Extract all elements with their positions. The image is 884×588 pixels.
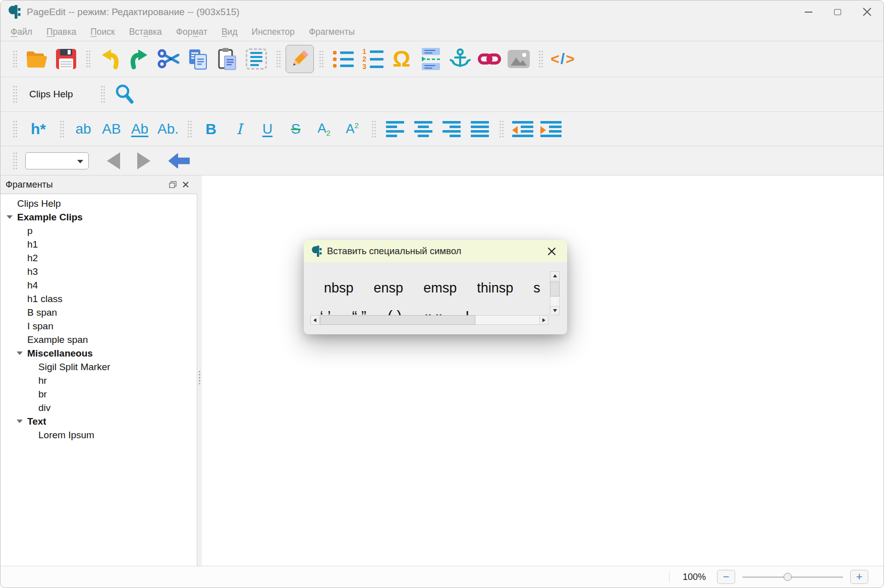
tree-item-h1[interactable]: h1 [1,238,197,251]
menu-format[interactable]: Формат [169,27,214,37]
menu-view[interactable]: Вид [214,27,245,37]
symbol-button-single-quotes[interactable]: ‘ ’ [320,308,331,315]
heading-select[interactable] [25,152,89,169]
toolbar-grip[interactable] [499,120,504,138]
zoom-out-button[interactable]: − [717,570,735,584]
indent-button[interactable] [537,115,565,143]
scroll-right-button[interactable] [539,315,548,325]
toolbar-grip[interactable] [13,120,17,138]
history-back-button[interactable] [107,152,120,169]
dialog-title-bar[interactable]: Вставить специальный символ [304,240,567,262]
symbol-button-nbsp[interactable]: nbsp [324,280,354,296]
tree-item-b-span[interactable]: B span [1,306,197,319]
align-left-button[interactable] [381,115,409,143]
tree-item-hr[interactable]: hr [1,374,197,387]
tree-item-h2[interactable]: h2 [1,251,197,265]
toolbar-grip[interactable] [276,50,281,68]
toolbar-grip[interactable] [371,120,376,138]
symbol-button-emsp[interactable]: emsp [423,280,457,296]
symbol-button-double-quotes[interactable]: “ ” [352,308,366,315]
title-bar[interactable]: PageEdit -- режим: Редактирование -- (90… [1,1,883,23]
select-all-button[interactable] [242,45,271,73]
tree-group-example-clips[interactable]: Example Clips [1,210,197,224]
close-panel-button[interactable] [179,179,192,191]
toolbar-grip[interactable] [60,120,64,138]
menu-inspector[interactable]: Инспектор [245,27,302,37]
tree-item-i-span[interactable]: I span [1,319,197,333]
special-character-button[interactable]: Ω [387,45,416,73]
menu-file[interactable]: Файл [4,27,39,37]
zoom-slider-thumb[interactable] [784,573,792,581]
uppercase-button[interactable]: AB [97,115,126,143]
menu-edit[interactable]: Правка [39,27,83,37]
toolbar-grip[interactable] [319,50,323,68]
zoom-slider-track[interactable] [742,576,843,578]
lowercase-button[interactable]: ab [69,115,97,143]
toolbar-grip[interactable] [86,50,90,68]
tree-item-example-span[interactable]: Example span [1,333,197,346]
copy-button[interactable] [183,45,212,73]
clip-search-button[interactable] [110,81,139,108]
minimize-button[interactable] [794,1,823,23]
propercase-button[interactable]: Ab. [154,115,182,143]
link-button[interactable] [475,45,504,73]
menu-insert[interactable]: Вставка [122,27,169,37]
return-button[interactable] [168,152,191,170]
align-justify-button[interactable] [466,115,494,143]
toolbar-grip[interactable] [13,85,17,103]
align-right-button[interactable] [437,115,466,143]
bold-button[interactable]: B [197,115,225,143]
vertical-scroll-thumb[interactable] [550,281,560,297]
redo-button[interactable] [125,45,154,73]
symbol-button-ensp[interactable]: ensp [374,280,404,296]
dialog-vertical-scrollbar[interactable] [550,271,560,315]
symbol-button-guillemets[interactable]: « » [423,308,444,315]
history-forward-button[interactable] [137,152,150,169]
tree-item-h1-class[interactable]: h1 class [1,292,197,306]
close-button[interactable] [852,1,881,23]
underline-button[interactable]: U [253,115,282,143]
cut-button[interactable] [154,45,183,73]
chevron-down-icon[interactable] [7,215,13,219]
strikethrough-button[interactable]: S [282,115,310,143]
superscript-button[interactable]: A2 [338,115,366,143]
titlecase-button[interactable]: Ab [126,115,154,143]
toolbar-grip[interactable] [187,120,192,138]
toolbar-grip[interactable] [538,50,543,68]
tree-item-div[interactable]: div [1,401,197,415]
menu-clips[interactable]: Фрагменты [302,27,362,37]
edit-mode-button[interactable] [286,45,314,73]
tree-item-h4[interactable]: h4 [1,278,197,292]
bullet-list-button[interactable] [328,45,358,73]
symbol-button-shy[interactable]: s [533,280,540,296]
dialog-close-button[interactable] [544,244,559,259]
symbol-button-thinsp[interactable]: thinsp [477,280,513,296]
dialog-horizontal-scrollbar[interactable] [310,315,548,325]
toolbar-grip[interactable] [13,152,17,170]
tree-item-h3[interactable]: h3 [1,265,197,278]
scroll-left-button[interactable] [310,315,319,325]
tree-item-p[interactable]: p [1,224,197,238]
scroll-down-button[interactable] [550,306,560,315]
scroll-up-button[interactable] [550,271,560,280]
numbered-list-button[interactable]: 1 2 3 [358,45,387,73]
heading-style-button[interactable]: h* [22,115,54,143]
tree-item-lorem-ipsum[interactable]: Lorem Ipsum [1,428,197,442]
paste-button[interactable] [212,45,242,73]
toolbar-grip[interactable] [13,50,17,68]
split-marker-button[interactable] [416,45,446,73]
zoom-slider[interactable] [742,570,843,584]
tree-item-sigil-split-marker[interactable]: Sigil Split Marker [1,360,197,374]
panel-splitter[interactable] [197,175,202,566]
tree-group-text[interactable]: Text [1,415,197,428]
symbol-button-parentheses[interactable]: ( ) [388,308,402,315]
anchor-button[interactable] [446,45,475,73]
align-center-button[interactable] [409,115,437,143]
tree-item-br[interactable]: br [1,387,197,401]
chevron-down-icon[interactable] [17,351,23,355]
tree-group-miscellaneous[interactable]: Miscellaneous [1,346,197,360]
undo-button[interactable] [95,45,125,73]
menu-search[interactable]: Поиск [83,27,122,37]
italic-button[interactable]: I [225,115,253,143]
outdent-button[interactable] [509,115,537,143]
